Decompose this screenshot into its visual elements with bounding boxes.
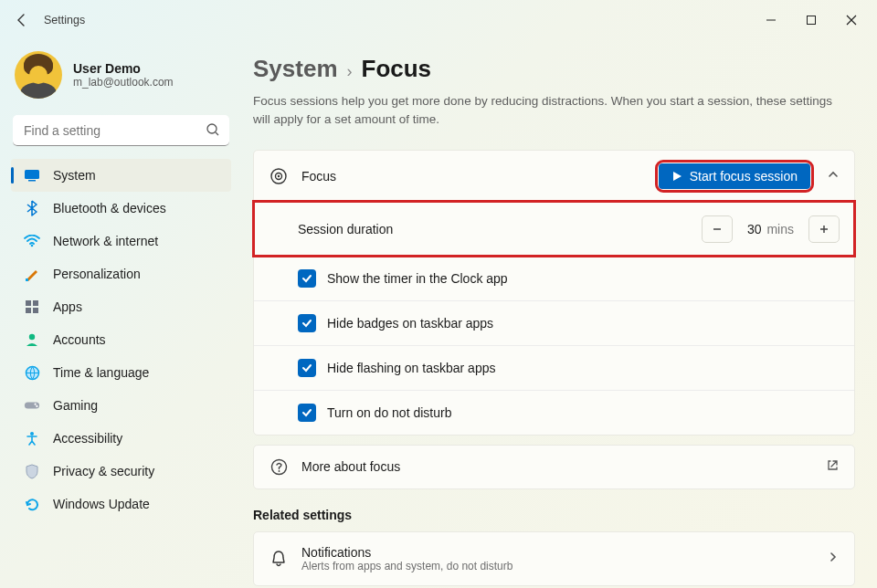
svg-rect-10: [26, 308, 31, 313]
profile-name: User Demo: [73, 61, 174, 76]
more-about-focus-label: More about focus: [301, 459, 817, 474]
globe-icon: [24, 364, 40, 381]
sidebar-item-windows-update[interactable]: Windows Update: [11, 488, 231, 520]
sidebar-item-bluetooth[interactable]: Bluetooth & devices: [11, 192, 231, 225]
personalization-icon: [24, 266, 40, 282]
system-icon: [24, 167, 40, 184]
checkbox-checked-icon[interactable]: [298, 314, 316, 332]
notifications-card[interactable]: Notifications Alerts from apps and syste…: [253, 531, 855, 586]
option-hide-flashing[interactable]: Hide flashing on taskbar apps: [254, 345, 854, 390]
svg-point-16: [36, 405, 37, 407]
option-label: Turn on do not disturb: [327, 405, 451, 420]
svg-rect-7: [26, 278, 28, 281]
svg-point-17: [30, 432, 34, 436]
breadcrumb-parent[interactable]: System: [253, 55, 338, 83]
sidebar-item-label: Accessibility: [53, 431, 122, 446]
maximize-button[interactable]: [791, 6, 831, 34]
duration-value: 30 mins: [740, 222, 801, 236]
wifi-icon: [24, 233, 40, 249]
accounts-icon: [24, 331, 40, 348]
start-focus-button[interactable]: Start focus session: [659, 163, 810, 189]
plus-icon: [819, 224, 829, 235]
avatar: [15, 51, 62, 99]
chevron-right-icon: ›: [347, 62, 353, 81]
svg-point-2: [207, 124, 217, 133]
close-button[interactable]: [831, 6, 872, 34]
search-icon: [206, 122, 220, 140]
close-icon: [846, 15, 857, 26]
chevron-up-icon[interactable]: [827, 168, 840, 184]
svg-rect-9: [33, 300, 38, 306]
chevron-right-icon: [827, 551, 840, 566]
minimize-button[interactable]: [751, 6, 791, 34]
focus-header-label: Focus: [301, 169, 659, 184]
svg-point-15: [35, 404, 37, 405]
sidebar: User Demo m_lab@outlook.com System Bluet…: [0, 40, 240, 588]
external-link-icon: [826, 458, 840, 475]
more-about-focus-card[interactable]: More about focus: [253, 445, 855, 489]
related-settings-heading: Related settings: [253, 508, 855, 522]
main-content: System › Focus Focus sessions help you g…: [240, 40, 877, 588]
svg-rect-11: [33, 308, 38, 313]
notifications-subtitle: Alerts from apps and system, do not dist…: [301, 560, 818, 572]
minimize-icon: [766, 15, 777, 26]
gaming-icon: [24, 397, 40, 414]
svg-point-20: [278, 174, 280, 176]
bell-icon: [269, 550, 289, 568]
duration-increase-button[interactable]: [808, 215, 840, 243]
session-duration-row: Session duration 30 mins: [254, 202, 854, 256]
start-focus-label: Start focus session: [690, 169, 798, 184]
focus-header-row[interactable]: Focus Start focus session: [254, 151, 854, 202]
bluetooth-icon: [24, 200, 40, 216]
sidebar-item-privacy[interactable]: Privacy & security: [11, 455, 231, 488]
sidebar-item-apps[interactable]: Apps: [11, 290, 231, 323]
titlebar: Settings: [0, 0, 877, 40]
sidebar-item-label: Personalization: [53, 267, 141, 281]
focus-icon: [269, 167, 289, 185]
sidebar-item-label: Time & language: [53, 365, 149, 380]
maximize-icon: [806, 15, 817, 26]
update-icon: [24, 496, 40, 512]
profile-email: m_lab@outlook.com: [73, 76, 174, 89]
checkbox-checked-icon[interactable]: [298, 359, 316, 377]
start-focus-highlight: Start focus session: [659, 163, 810, 189]
notifications-title: Notifications: [301, 545, 818, 560]
minus-icon: [712, 224, 723, 235]
option-label: Show the timer in the Clock app: [327, 271, 508, 286]
sidebar-item-network[interactable]: Network & internet: [11, 225, 231, 257]
sidebar-item-accounts[interactable]: Accounts: [11, 323, 231, 356]
window-title: Settings: [44, 14, 85, 26]
breadcrumb: System › Focus: [253, 55, 855, 83]
option-do-not-disturb[interactable]: Turn on do not disturb: [254, 390, 854, 435]
sidebar-item-label: Network & internet: [53, 234, 158, 248]
sidebar-item-gaming[interactable]: Gaming: [11, 389, 231, 422]
focus-card: Focus Start focus session Session durati…: [253, 150, 855, 436]
session-duration-label: Session duration: [298, 222, 702, 236]
back-button[interactable]: [9, 7, 35, 33]
sidebar-item-time-language[interactable]: Time & language: [11, 356, 231, 389]
option-show-timer[interactable]: Show the timer in the Clock app: [254, 256, 854, 300]
shield-icon: [24, 463, 40, 479]
checkbox-checked-icon[interactable]: [298, 404, 316, 422]
apps-icon: [24, 299, 40, 315]
duration-decrease-button[interactable]: [702, 215, 733, 243]
sidebar-item-personalization[interactable]: Personalization: [11, 257, 231, 290]
svg-rect-5: [28, 180, 36, 182]
sidebar-item-label: Windows Update: [53, 497, 150, 511]
profile-block[interactable]: User Demo m_lab@outlook.com: [11, 46, 231, 111]
search-box: [13, 115, 229, 146]
checkbox-checked-icon[interactable]: [298, 269, 316, 288]
option-hide-badges[interactable]: Hide badges on taskbar apps: [254, 300, 854, 345]
sidebar-item-label: Accounts: [53, 332, 106, 347]
sidebar-item-label: Gaming: [53, 398, 98, 413]
nav-list: System Bluetooth & devices Network & int…: [11, 159, 231, 520]
sidebar-item-label: System: [53, 168, 96, 183]
sidebar-item-system[interactable]: System: [11, 159, 231, 192]
search-input[interactable]: [13, 115, 229, 146]
accessibility-icon: [24, 430, 40, 446]
help-icon: [269, 458, 289, 476]
play-icon: [671, 171, 682, 182]
option-label: Hide badges on taskbar apps: [327, 316, 493, 331]
sidebar-item-accessibility[interactable]: Accessibility: [11, 422, 231, 455]
sidebar-item-label: Privacy & security: [53, 464, 154, 478]
